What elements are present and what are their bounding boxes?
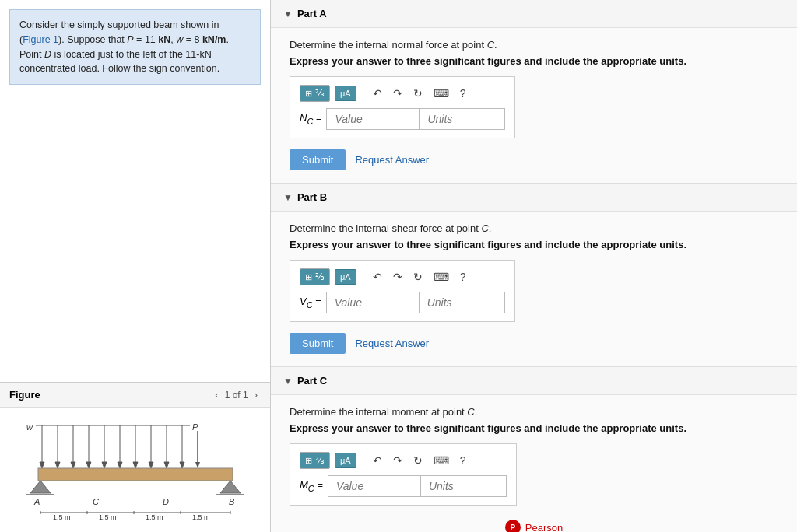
part-c-undo-button[interactable]: ↶ bbox=[370, 453, 385, 468]
svg-text:1.5 m: 1.5 m bbox=[53, 513, 71, 520]
beam-diagram: w P bbox=[19, 419, 252, 520]
part-a-answer-row: NC = bbox=[300, 108, 505, 130]
part-a-answer-label: NC = bbox=[300, 112, 321, 126]
part-b-instruction: Express your answer to three significant… bbox=[290, 239, 778, 250]
part-c-title: Part C bbox=[297, 375, 327, 387]
figure-prev-button[interactable]: ‹ bbox=[212, 387, 221, 402]
part-c-header[interactable]: ▼ Part C bbox=[271, 367, 797, 395]
part-a-value-input[interactable] bbox=[326, 108, 420, 130]
part-c-collapse-icon: ▼ bbox=[283, 376, 293, 387]
part-b-redo-button[interactable]: ↷ bbox=[390, 269, 406, 285]
mu-label: μA bbox=[340, 89, 351, 98]
svg-text:1.5 m: 1.5 m bbox=[99, 513, 117, 520]
grid-icon: ⊞ bbox=[305, 89, 312, 99]
part-b-actions: Submit Request Answer bbox=[290, 333, 778, 354]
figure-page: 1 of 1 bbox=[225, 390, 248, 401]
part-c-keyboard-button[interactable]: ⌨ bbox=[430, 453, 452, 468]
part-a-actions: Submit Request Answer bbox=[290, 149, 778, 170]
part-b-submit-button[interactable]: Submit bbox=[290, 333, 346, 354]
part-a-submit-button[interactable]: Submit bbox=[290, 149, 346, 170]
part-c-units-input[interactable] bbox=[421, 475, 507, 497]
part-c-section: ▼ Part C Determine the internal moment a… bbox=[271, 367, 797, 532]
part-c-toolbar: ⊞ ⅔ μA ↶ ↷ ↻ ⌨ ? bbox=[300, 452, 507, 469]
part-c-value-input[interactable] bbox=[328, 475, 421, 497]
part-b-toolbar: ⊞ ⅔ μA ↶ ↷ ↻ ⌨ ? bbox=[300, 268, 505, 285]
svg-text:D: D bbox=[163, 497, 169, 506]
part-b-header[interactable]: ▼ Part B bbox=[271, 184, 797, 212]
svg-marker-11 bbox=[102, 462, 107, 468]
part-b-widget: ⊞ ⅔ μA ↶ ↷ ↻ ⌨ ? VC = bbox=[290, 260, 515, 322]
figure-link[interactable]: Figure 1 bbox=[23, 34, 58, 45]
svg-marker-17 bbox=[149, 462, 153, 468]
part-b-help-button[interactable]: ? bbox=[457, 269, 469, 285]
part-c-mu-button[interactable]: μA bbox=[335, 453, 356, 468]
problem-text: Consider the simply supported beam shown… bbox=[19, 19, 229, 74]
fraction-icon: ⅔ bbox=[315, 88, 325, 99]
part-a-header[interactable]: ▼ Part A bbox=[271, 0, 797, 28]
grid-icon-b: ⊞ bbox=[305, 272, 312, 282]
figure-next-button[interactable]: › bbox=[251, 387, 261, 402]
pearson-logo: P bbox=[505, 520, 521, 532]
part-c-answer-row: MC = bbox=[300, 475, 507, 497]
part-b-mu-button[interactable]: μA bbox=[335, 269, 356, 285]
part-a-mu-button[interactable]: μA bbox=[335, 86, 356, 101]
svg-marker-13 bbox=[118, 462, 122, 468]
svg-text:P: P bbox=[192, 422, 198, 432]
part-b-collapse-icon: ▼ bbox=[283, 192, 293, 203]
part-a-question: Determine the internal normal force at p… bbox=[290, 39, 778, 51]
figure-header: Figure ‹ 1 of 1 › bbox=[0, 383, 270, 408]
pearson-label: Pearson bbox=[525, 522, 563, 533]
part-b-answer-row: VC = bbox=[300, 292, 505, 313]
part-a-widget: ⊞ ⅔ μA ↶ ↷ ↻ ⌨ ? NC = bbox=[290, 76, 515, 138]
figure-title: Figure bbox=[9, 389, 40, 401]
part-b-title: Part B bbox=[297, 191, 327, 203]
part-b-refresh-button[interactable]: ↻ bbox=[410, 269, 426, 285]
part-a-grid-icon: ⊞ ⅔ bbox=[300, 85, 330, 102]
fraction-icon-b: ⅔ bbox=[315, 271, 325, 282]
part-a-help-button[interactable]: ? bbox=[457, 86, 469, 101]
mu-label-c: μA bbox=[340, 456, 351, 465]
mu-label-b: μA bbox=[340, 272, 351, 282]
svg-marker-7 bbox=[71, 462, 75, 468]
svg-marker-34 bbox=[220, 481, 241, 493]
right-panel: ▼ Part A Determine the internal normal f… bbox=[271, 0, 797, 532]
figure-canvas: w P bbox=[0, 408, 270, 532]
svg-marker-19 bbox=[164, 462, 169, 468]
w-label: w bbox=[176, 34, 183, 45]
part-c-grid-icon: ⊞ ⅔ bbox=[300, 452, 330, 469]
part-a-request-answer-link[interactable]: Request Answer bbox=[355, 154, 429, 166]
part-b-undo-button[interactable]: ↶ bbox=[370, 269, 385, 285]
svg-text:A: A bbox=[33, 497, 40, 506]
svg-marker-3 bbox=[40, 462, 44, 468]
part-a-title: Part A bbox=[297, 8, 327, 19]
d-label: D bbox=[44, 49, 51, 60]
part-c-question: Determine the internal moment at point C… bbox=[290, 406, 778, 418]
problem-statement: Consider the simply supported beam shown… bbox=[9, 9, 261, 85]
part-c-refresh-button[interactable]: ↻ bbox=[410, 453, 426, 468]
part-c-widget: ⊞ ⅔ μA ↶ ↷ ↻ ⌨ ? MC = bbox=[290, 443, 517, 506]
part-b-section: ▼ Part B Determine the internal shear fo… bbox=[271, 184, 797, 367]
part-a-redo-button[interactable]: ↷ bbox=[390, 86, 406, 101]
part-c-redo-button[interactable]: ↷ bbox=[390, 453, 406, 468]
part-a-section: ▼ Part A Determine the internal normal f… bbox=[271, 0, 797, 184]
svg-marker-24 bbox=[195, 462, 200, 468]
svg-marker-21 bbox=[180, 462, 184, 468]
part-a-keyboard-button[interactable]: ⌨ bbox=[430, 86, 452, 101]
part-c-body: Determine the internal moment at point C… bbox=[271, 395, 797, 532]
figure-nav: ‹ 1 of 1 › bbox=[212, 387, 261, 402]
part-b-answer-label: VC = bbox=[300, 296, 321, 310]
part-c-help-button[interactable]: ? bbox=[457, 453, 469, 468]
part-c-answer-label: MC = bbox=[300, 479, 323, 493]
part-a-refresh-button[interactable]: ↻ bbox=[410, 86, 426, 101]
part-b-request-answer-link[interactable]: Request Answer bbox=[355, 338, 429, 349]
part-b-keyboard-button[interactable]: ⌨ bbox=[430, 269, 452, 285]
svg-text:B: B bbox=[229, 497, 234, 506]
part-b-value-input[interactable] bbox=[326, 292, 420, 313]
part-b-units-input[interactable] bbox=[420, 292, 505, 313]
svg-marker-5 bbox=[55, 462, 60, 468]
p-label: P bbox=[127, 34, 133, 45]
part-a-units-input[interactable] bbox=[420, 108, 505, 130]
part-a-undo-button[interactable]: ↶ bbox=[370, 86, 385, 101]
pearson-footer: P Pearson bbox=[290, 513, 778, 532]
grid-icon-c: ⊞ bbox=[305, 456, 312, 466]
